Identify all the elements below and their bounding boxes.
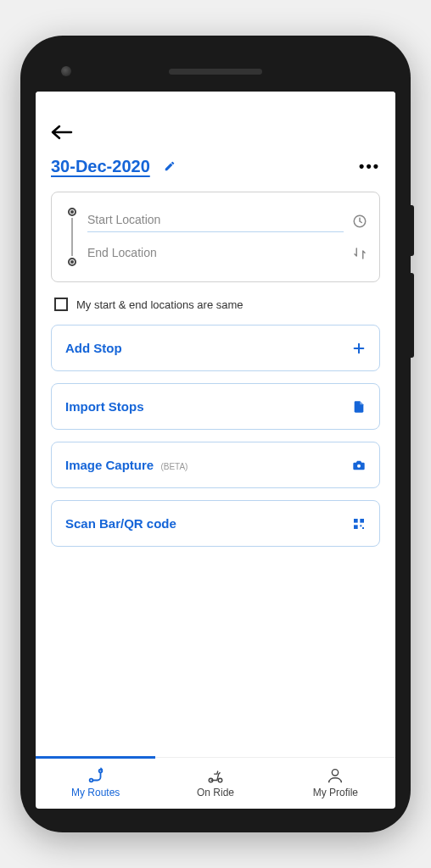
add-stop-label: Add Stop <box>65 341 122 355</box>
svg-rect-4 <box>354 525 358 529</box>
location-card <box>51 192 380 282</box>
date-label[interactable]: 30-Dec-2020 <box>51 157 150 175</box>
front-camera <box>61 66 71 76</box>
nav-my-profile[interactable]: My Profile <box>276 758 395 809</box>
plus-icon <box>352 342 366 355</box>
qr-icon <box>352 517 366 531</box>
end-location-input[interactable] <box>87 242 344 264</box>
bottom-nav: My Routes On Ride My Profile <box>36 757 395 809</box>
history-icon[interactable] <box>352 214 367 229</box>
start-location-input[interactable] <box>87 209 344 232</box>
phone-frame: 30-Dec-2020 ••• <box>20 36 411 832</box>
nav-my-routes[interactable]: My Routes <box>36 758 155 809</box>
add-stop-button[interactable]: Add Stop <box>51 325 380 371</box>
date-section[interactable]: 30-Dec-2020 <box>51 157 176 176</box>
end-location-row <box>87 237 367 270</box>
import-stops-label: Import Stops <box>65 399 144 414</box>
edit-icon[interactable] <box>164 160 176 175</box>
svg-point-11 <box>333 770 339 776</box>
svg-rect-6 <box>362 527 364 529</box>
nav-active-indicator <box>36 756 155 759</box>
svg-rect-2 <box>354 519 358 523</box>
phone-bezel-bottom <box>36 809 395 817</box>
same-location-checkbox[interactable] <box>54 298 68 311</box>
speaker-grille <box>169 69 262 75</box>
main-content: 30-Dec-2020 ••• <box>36 115 395 757</box>
nav-my-routes-label: My Routes <box>71 787 120 798</box>
file-import-icon <box>352 400 366 414</box>
screen: 30-Dec-2020 ••• <box>36 92 395 809</box>
svg-rect-3 <box>360 519 364 523</box>
import-stops-button[interactable]: Import Stops <box>51 383 380 430</box>
phone-bezel-top <box>36 51 395 92</box>
camera-icon <box>352 459 366 472</box>
swap-icon[interactable] <box>352 246 367 261</box>
image-capture-button[interactable]: Image Capture (BETA) <box>51 442 380 488</box>
nav-on-ride-label: On Ride <box>197 787 234 798</box>
scan-code-button[interactable]: Scan Bar/QR code <box>51 500 380 547</box>
status-bar <box>36 92 395 115</box>
route-line <box>64 204 81 270</box>
connector-line <box>71 218 73 256</box>
start-dot-icon <box>68 208 76 216</box>
location-fields <box>87 204 367 270</box>
scooter-icon <box>206 766 225 785</box>
svg-point-10 <box>218 778 222 782</box>
start-location-row <box>87 204 367 237</box>
svg-rect-5 <box>360 525 361 526</box>
nav-on-ride[interactable]: On Ride <box>155 758 275 809</box>
beta-badge: (BETA) <box>160 462 188 471</box>
svg-point-1 <box>357 464 361 467</box>
end-dot-icon <box>68 258 76 266</box>
image-capture-label: Image Capture <box>65 458 154 472</box>
back-button[interactable] <box>51 115 380 157</box>
scan-code-label: Scan Bar/QR code <box>65 516 176 531</box>
profile-icon <box>326 766 344 785</box>
svg-point-7 <box>89 779 92 782</box>
route-icon <box>87 766 105 785</box>
nav-my-profile-label: My Profile <box>313 787 358 798</box>
date-row: 30-Dec-2020 ••• <box>51 157 380 176</box>
more-menu-icon[interactable]: ••• <box>359 158 380 175</box>
same-location-label: My start & end locations are same <box>76 298 243 311</box>
same-location-row[interactable]: My start & end locations are same <box>51 294 380 325</box>
